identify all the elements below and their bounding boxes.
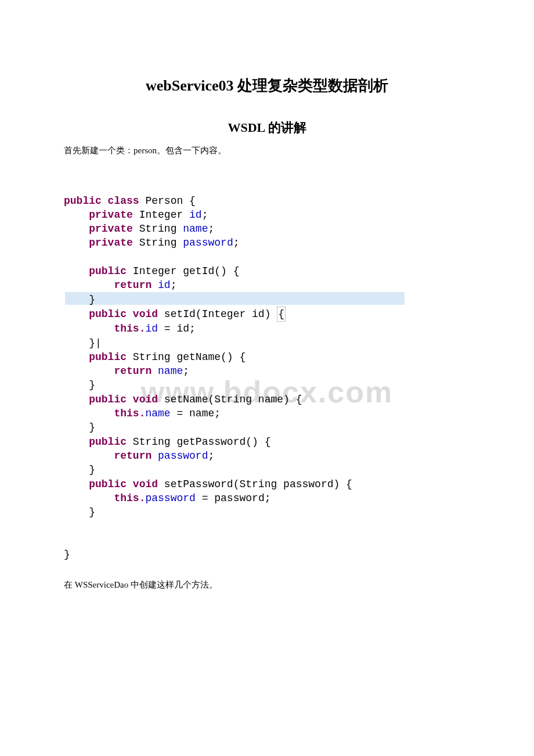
field: name [158, 365, 183, 377]
field: id [145, 323, 158, 334]
cursor-box: { [277, 307, 286, 322]
field: name [145, 408, 170, 419]
code-text: String getPassword() { [133, 436, 271, 448]
keyword: return [114, 279, 158, 291]
code-text: String getName() { [133, 351, 246, 363]
code-text: ; [202, 209, 208, 221]
field: id [189, 209, 202, 221]
code-text: = id; [158, 323, 196, 334]
code-text: Person { [145, 195, 195, 207]
code-text: } [89, 422, 95, 433]
code-text: Integer getId() { [133, 265, 240, 277]
field: password [158, 450, 208, 462]
code-text: } [89, 379, 95, 391]
code-text: ; [208, 223, 214, 235]
editor-highlight-line [65, 292, 405, 305]
keyword: this. [114, 408, 145, 419]
code-text: setName(String name) { [164, 394, 302, 405]
code-text: } [64, 549, 70, 560]
keyword: public [89, 265, 133, 277]
code-text: } [89, 506, 95, 518]
keyword: public void [89, 394, 164, 405]
code-text: String [139, 223, 183, 235]
code-text: String [139, 237, 183, 249]
code-text: ; [208, 450, 214, 462]
keyword: this. [114, 323, 145, 334]
keyword: this. [114, 492, 145, 504]
code-text: } [89, 464, 95, 476]
keyword: private [89, 223, 139, 235]
code-text: } [89, 294, 95, 305]
keyword: private [89, 209, 139, 221]
code-text: ; [171, 279, 177, 291]
keyword: public void [89, 308, 164, 320]
intro-paragraph: 首先新建一个类：person。包含一下内容。 [64, 143, 470, 157]
document-subtitle: WSDL 的讲解 [64, 119, 470, 136]
code-text: Integer [139, 209, 189, 221]
field: password [183, 237, 233, 249]
code-text: setPassword(String password) { [164, 478, 352, 490]
keyword: public class [64, 195, 145, 207]
code-text: } [89, 337, 95, 349]
keyword: public [89, 351, 133, 363]
keyword: public [89, 436, 133, 448]
field: password [145, 492, 195, 504]
code-text: = password; [196, 492, 271, 504]
code-block-person: public class Person { private Integer id… [64, 165, 470, 561]
document-title: webService03 处理复杂类型数据剖析 [64, 75, 470, 96]
code-text: setId(Integer id) [164, 308, 277, 320]
code-text: ; [233, 237, 240, 249]
keyword: private [89, 237, 139, 249]
keyword: return [114, 365, 158, 377]
field: id [158, 279, 171, 291]
code-text: = name; [171, 408, 221, 419]
keyword: return [114, 450, 158, 462]
outro-paragraph: 在 WSServiceDao 中创建这样几个方法。 [64, 578, 470, 592]
keyword: public void [89, 478, 164, 490]
code-text: ; [183, 365, 189, 377]
field: name [183, 223, 208, 235]
